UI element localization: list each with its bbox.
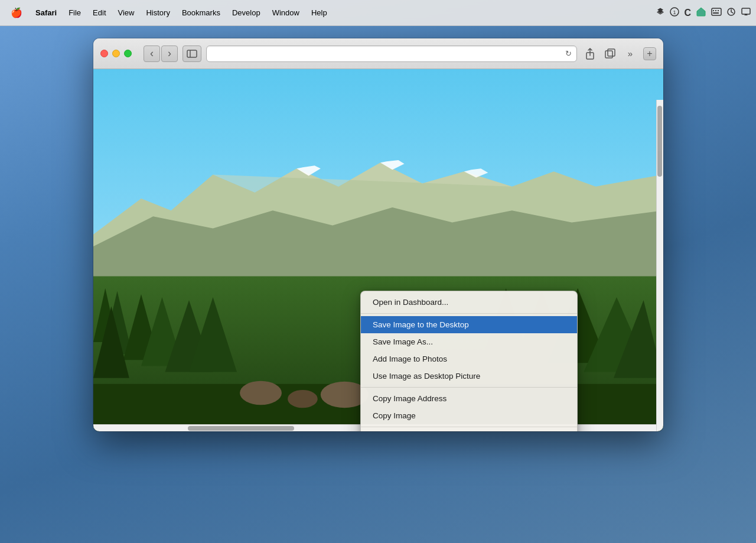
share-button[interactable]	[582, 45, 598, 62]
forward-arrow-icon: ›	[168, 47, 171, 60]
separator-1	[361, 313, 577, 314]
svg-rect-12	[605, 51, 612, 58]
separator-2	[361, 387, 577, 388]
context-menu-share[interactable]: Share ▶	[361, 430, 577, 431]
maximize-button[interactable]	[124, 50, 132, 57]
menu-safari[interactable]: Safari	[31, 6, 61, 19]
svg-rect-3	[713, 10, 714, 11]
svg-point-36	[288, 390, 318, 408]
1password-icon[interactable]: 1	[670, 7, 679, 18]
context-menu-desktop-picture[interactable]: Use Image as Desktop Picture	[361, 368, 577, 385]
menu-bar: 🍎 Safari File Edit View History Bookmark…	[0, 0, 756, 26]
share-icon	[585, 48, 595, 60]
context-menu-copy-address[interactable]: Copy Image Address	[361, 390, 577, 407]
vertical-scrollbar[interactable]	[656, 100, 663, 431]
apple-menu[interactable]: 🍎	[5, 5, 28, 21]
svg-rect-2	[712, 8, 721, 15]
plus-icon: +	[647, 48, 652, 59]
forward-button[interactable]: ›	[161, 45, 178, 62]
close-button[interactable]	[100, 50, 108, 57]
svg-rect-13	[608, 49, 615, 56]
menu-edit[interactable]: Edit	[88, 6, 110, 19]
menu-bar-icons: 1 C	[656, 7, 751, 18]
menu-help[interactable]: Help	[307, 6, 332, 19]
svg-rect-9	[187, 50, 197, 57]
tabs-button[interactable]	[602, 45, 618, 62]
content-area: Open in Dashboard... Save Image to the D…	[93, 69, 663, 431]
h-scrollbar-thumb[interactable]	[188, 426, 294, 431]
keyboard-icon[interactable]	[711, 8, 722, 18]
menu-develop[interactable]: Develop	[227, 6, 265, 19]
url-input[interactable]	[211, 49, 565, 58]
sidebar-icon	[187, 50, 197, 58]
nav-buttons: ‹ ›	[144, 45, 178, 62]
svg-rect-8	[742, 8, 750, 14]
refresh-button[interactable]: ↻	[565, 49, 572, 58]
svg-text:1: 1	[673, 9, 676, 15]
menu-window[interactable]: Window	[268, 6, 304, 19]
menu-view[interactable]: View	[113, 6, 139, 19]
dropbox-icon[interactable]	[656, 7, 665, 18]
context-menu-save-as[interactable]: Save Image As...	[361, 333, 577, 350]
safari-window: ‹ › ↻	[93, 38, 663, 431]
new-tab-button[interactable]: +	[643, 47, 656, 60]
minimize-button[interactable]	[112, 50, 120, 57]
svg-point-35	[240, 381, 282, 405]
c-icon[interactable]: C	[684, 8, 691, 18]
context-menu-copy-image[interactable]: Copy Image	[361, 407, 577, 424]
home-icon[interactable]	[696, 7, 706, 18]
context-menu-add-photos[interactable]: Add Image to Photos	[361, 350, 577, 368]
title-bar: ‹ › ↻	[93, 38, 663, 69]
back-button[interactable]: ‹	[144, 45, 160, 62]
timemachine-icon[interactable]	[726, 7, 736, 18]
context-menu-open-dashboard[interactable]: Open in Dashboard...	[361, 294, 577, 311]
menu-history[interactable]: History	[141, 6, 174, 19]
svg-rect-5	[718, 10, 719, 11]
separator-3	[361, 427, 577, 427]
url-bar[interactable]: ↻	[206, 45, 577, 62]
svg-rect-4	[715, 10, 716, 11]
tabs-icon	[605, 48, 615, 59]
toolbar-right: »	[582, 45, 638, 62]
scrollbar-thumb[interactable]	[657, 106, 662, 177]
svg-rect-6	[713, 12, 719, 14]
traffic-lights	[100, 50, 132, 57]
context-menu: Open in Dashboard... Save Image to the D…	[360, 291, 578, 431]
context-menu-save-desktop[interactable]: Save Image to the Desktop	[361, 316, 577, 333]
menu-bookmarks[interactable]: Bookmarks	[177, 6, 225, 19]
menu-file[interactable]: File	[64, 6, 86, 19]
airplay-icon[interactable]	[741, 7, 751, 18]
sidebar-button[interactable]	[183, 45, 201, 62]
back-arrow-icon: ‹	[150, 47, 154, 60]
overflow-button[interactable]: »	[622, 45, 638, 62]
